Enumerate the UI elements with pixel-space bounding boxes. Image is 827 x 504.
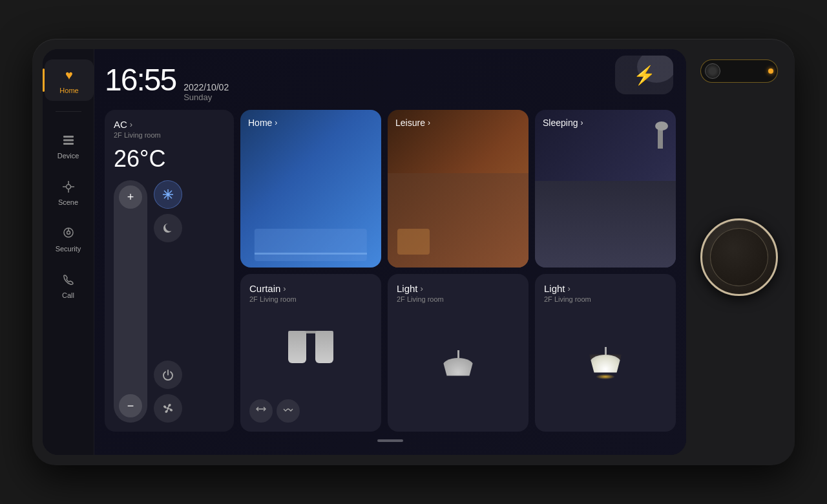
ac-card-chevron: › — [130, 120, 132, 129]
lamp2-icon — [589, 347, 622, 379]
lightning-icon: ⚡ — [633, 65, 656, 86]
sidebar-item-scene[interactable]: Scene — [47, 171, 90, 213]
led-indicator — [768, 68, 773, 74]
date-section: 2022/10/02 Sunday — [183, 82, 229, 102]
light1-card[interactable]: Light › 2F Living room — [388, 274, 529, 432]
lamp1-icon-area — [397, 303, 519, 423]
fan-button[interactable] — [154, 394, 182, 423]
chevron-icon: › — [275, 118, 277, 127]
curtain-controls — [249, 399, 372, 423]
call-icon — [59, 271, 78, 289]
page-indicator — [377, 439, 403, 442]
svg-point-16 — [167, 407, 169, 410]
light1-title: Light — [397, 283, 418, 294]
temp-plus-button[interactable]: + — [119, 185, 142, 209]
device-shell: ♥ Home Device — [32, 39, 795, 465]
day-display: Sunday — [183, 92, 229, 102]
lamp1-shade — [442, 358, 474, 376]
curtain-right — [315, 331, 333, 363]
time-section: 16:55 2022/10/02 Sunday — [105, 62, 229, 102]
sidebar-item-label: Call — [62, 291, 74, 299]
divider — [56, 111, 81, 112]
temp-slider: + − — [114, 180, 147, 423]
camera-toggle-bar — [700, 59, 778, 83]
curtain-close-button[interactable] — [277, 399, 300, 423]
date-display: 2022/10/02 — [183, 82, 229, 92]
scene-leisure-label: Leisure › — [395, 118, 430, 128]
sidebar-item-label: Home — [59, 87, 78, 94]
curtain-icon-area — [249, 303, 372, 394]
scene-icon — [59, 178, 78, 196]
scene-furniture — [255, 229, 367, 261]
sleeping-lamp-shade — [655, 121, 668, 131]
power-widget[interactable]: ⚡ — [615, 56, 673, 94]
curtain-card[interactable]: Curtain › 2F Living room — [240, 274, 381, 432]
lamp2-shade — [589, 355, 622, 373]
dial-knob[interactable] — [700, 218, 778, 296]
bottom-indicator — [105, 439, 676, 445]
scene-home-label: Home › — [248, 118, 277, 128]
security-icon — [59, 224, 78, 242]
sidebar-item-label: Security — [56, 245, 81, 253]
sidebar-item-home[interactable]: ♥ Home — [45, 59, 94, 101]
power-button[interactable] — [154, 361, 182, 389]
svg-point-7 — [66, 185, 70, 189]
curtain-title: Curtain — [249, 283, 280, 294]
light2-title: Light — [544, 283, 565, 294]
temperature-display: 26°C — [114, 145, 225, 173]
lamp2-stem — [605, 347, 607, 355]
light2-card[interactable]: Light › 2F Living room — [535, 274, 676, 432]
dial-inner — [710, 228, 768, 286]
ac-card[interactable]: AC › 2F Living room 26°C + — [105, 110, 234, 432]
curtain-subtitle: 2F Living room — [249, 295, 372, 303]
sleeping-bed — [535, 181, 676, 268]
svg-point-9 — [67, 231, 70, 235]
light1-chevron: › — [421, 284, 423, 293]
chevron-icon: › — [581, 118, 583, 127]
sidebar-item-label: Device — [58, 152, 79, 160]
svg-rect-1 — [63, 140, 74, 142]
temp-minus-button[interactable]: − — [119, 394, 142, 417]
scene-home-card[interactable]: Home › — [240, 110, 381, 268]
scene-leisure-card[interactable]: Leisure › — [388, 110, 529, 268]
curtain-left — [288, 331, 306, 363]
sidebar-item-device[interactable]: Device — [47, 125, 90, 166]
lamp1-icon — [442, 350, 474, 376]
sidebar: ♥ Home Device — [43, 49, 94, 455]
leisure-item — [397, 229, 430, 255]
device-right-panel — [694, 49, 784, 455]
curtain-chevron: › — [283, 284, 286, 293]
svg-rect-2 — [63, 143, 74, 145]
sidebar-item-label: Scene — [58, 198, 78, 206]
main-content: 16:55 2022/10/02 Sunday ⚡ AC — [94, 49, 686, 455]
lamp1-stem — [457, 350, 459, 358]
ac-card-title: AC — [114, 119, 127, 130]
light2-chevron: › — [568, 284, 571, 293]
lamp2-icon-area — [544, 303, 667, 423]
curtain-open-button[interactable] — [249, 399, 273, 423]
sidebar-item-call[interactable]: Call — [47, 264, 90, 306]
moon-button[interactable] — [154, 214, 182, 242]
svg-point-15 — [167, 193, 169, 196]
curtain-icon — [288, 331, 333, 366]
header: 16:55 2022/10/02 Sunday ⚡ — [105, 62, 676, 102]
scene-sleeping-card[interactable]: Sleeping › — [535, 110, 676, 268]
svg-rect-0 — [63, 136, 74, 138]
light2-subtitle: 2F Living room — [544, 295, 667, 303]
ac-card-subtitle: 2F Living room — [114, 131, 225, 139]
home-icon: ♥ — [60, 66, 78, 84]
sidebar-item-security[interactable]: Security — [47, 218, 90, 259]
light1-subtitle: 2F Living room — [397, 295, 519, 303]
camera-lens — [705, 63, 720, 79]
lamp2-glow — [596, 374, 615, 379]
chevron-icon: › — [428, 118, 430, 127]
snowflake-button[interactable] — [154, 180, 182, 209]
cards-grid: AC › 2F Living room 26°C + — [105, 110, 676, 432]
scene-sleeping-label: Sleeping › — [543, 118, 583, 128]
time-display: 16:55 — [105, 62, 176, 98]
ac-right-controls — [154, 180, 182, 423]
screen: ♥ Home Device — [43, 49, 686, 455]
ac-controls: + − — [114, 180, 225, 423]
device-icon — [59, 131, 78, 149]
